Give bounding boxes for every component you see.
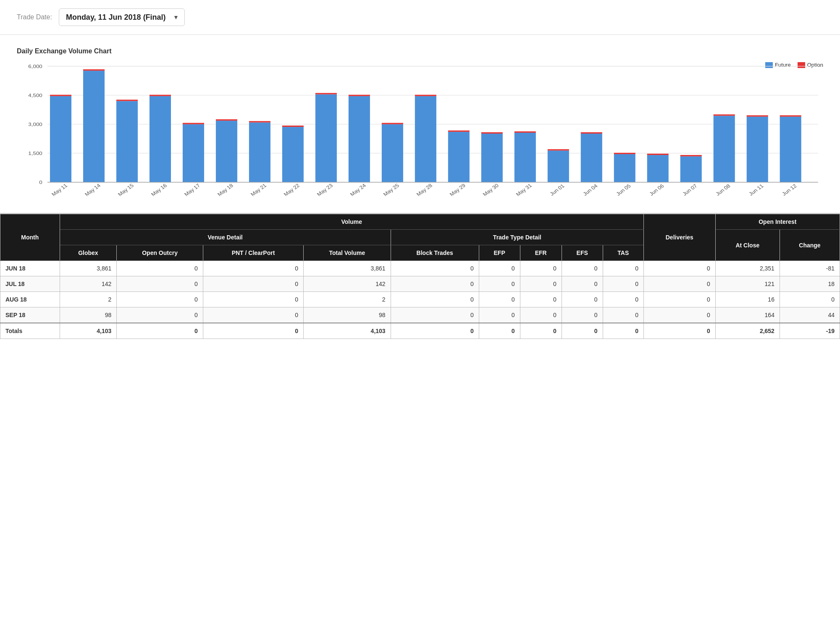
chart-section: Daily Exchange Volume Chart Future Optio… (0, 35, 840, 214)
svg-text:May 30: May 30 (482, 183, 500, 197)
bar-future-1 (83, 71, 105, 182)
svg-text:May 25: May 25 (382, 183, 400, 197)
bar-future-12 (448, 132, 470, 182)
th-efs: EFS (562, 245, 603, 261)
cell-open_outcry: 0 (117, 261, 203, 276)
cell-efs: 0 (562, 261, 603, 276)
table-row: AUG 182002000000160 (0, 292, 840, 307)
bar-option-9 (349, 95, 370, 96)
totals-cell-efr: 0 (520, 323, 562, 339)
table-row: JUL 181420014200000012118 (0, 276, 840, 292)
th-globex: Globex (60, 245, 117, 261)
cell-at_close: 2,351 (715, 261, 780, 276)
cell-efp: 0 (479, 276, 520, 292)
cell-at_close: 164 (715, 307, 780, 323)
bar-future-2 (116, 101, 138, 182)
bar-future-15 (548, 150, 569, 182)
bar-option-19 (680, 155, 702, 156)
trade-date-select-wrapper[interactable]: Monday, 11 Jun 2018 (Final) (59, 8, 185, 26)
cell-month: AUG 18 (0, 292, 60, 307)
cell-tas: 0 (603, 276, 643, 292)
cell-at_close: 121 (715, 276, 780, 292)
cell-efr: 0 (520, 292, 562, 307)
cell-globex: 98 (60, 307, 117, 323)
svg-text:May 21: May 21 (249, 183, 268, 197)
bar-option-5 (216, 119, 237, 121)
th-venue-detail: Venue Detail (60, 230, 391, 245)
bar-future-9 (349, 96, 370, 182)
bar-option-21 (747, 116, 768, 117)
bar-future-5 (216, 121, 237, 182)
trade-date-select[interactable]: Monday, 11 Jun 2018 (Final) (59, 8, 185, 26)
cell-tas: 0 (603, 292, 643, 307)
totals-cell-pnt_clearport: 0 (203, 323, 303, 339)
bar-future-0 (50, 96, 71, 182)
th-month: Month (0, 214, 60, 261)
svg-text:May 15: May 15 (117, 183, 135, 197)
bar-option-20 (714, 114, 735, 116)
svg-text:3,000: 3,000 (28, 122, 42, 127)
cell-open_outcry: 0 (117, 307, 203, 323)
cell-total_volume: 3,861 (304, 261, 391, 276)
cell-efs: 0 (562, 292, 603, 307)
svg-text:Jun 05: Jun 05 (615, 183, 632, 197)
svg-text:May 11: May 11 (50, 183, 68, 197)
bar-future-16 (581, 134, 602, 182)
bar-future-8 (315, 94, 337, 182)
data-table: Month Volume Deliveries Open Interest Ve… (0, 214, 840, 339)
totals-cell-open_outcry: 0 (117, 323, 203, 339)
bar-option-0 (50, 95, 71, 96)
svg-text:Jun 08: Jun 08 (714, 183, 731, 197)
table-row: JUN 183,861003,8610000002,351-81 (0, 261, 840, 276)
bar-future-13 (481, 134, 503, 182)
cell-pnt_clearport: 0 (203, 261, 303, 276)
bar-option-16 (581, 132, 602, 134)
th-deliveries: Deliveries (643, 214, 715, 261)
cell-tas: 0 (603, 261, 643, 276)
cell-globex: 3,861 (60, 261, 117, 276)
bar-future-21 (747, 117, 768, 182)
cell-pnt_clearport: 0 (203, 307, 303, 323)
totals-cell-efp: 0 (479, 323, 520, 339)
svg-text:1,500: 1,500 (28, 151, 42, 156)
cell-change: 0 (780, 292, 840, 307)
bar-future-14 (514, 133, 536, 182)
cell-efr: 0 (520, 307, 562, 323)
chart-title: Daily Exchange Volume Chart (17, 47, 823, 55)
th-open-interest: Open Interest (715, 214, 840, 230)
cell-deliveries: 0 (643, 307, 715, 323)
totals-cell-efs: 0 (562, 323, 603, 339)
totals-cell-at_close: 2,652 (715, 323, 780, 339)
bar-option-22 (780, 116, 801, 117)
svg-text:May 24: May 24 (349, 183, 367, 197)
cell-month: JUN 18 (0, 261, 60, 276)
bar-option-11 (415, 95, 436, 96)
bar-future-20 (714, 116, 735, 182)
th-volume: Volume (60, 214, 643, 230)
bar-option-14 (514, 131, 536, 133)
cell-change: -81 (780, 261, 840, 276)
th-tas: TAS (603, 245, 643, 261)
svg-text:0: 0 (39, 180, 42, 185)
bar-future-3 (150, 96, 171, 182)
svg-text:Jun 06: Jun 06 (648, 183, 665, 197)
svg-text:Jun 01: Jun 01 (549, 183, 565, 197)
svg-text:May 22: May 22 (283, 183, 301, 197)
cell-block_trades: 0 (391, 261, 479, 276)
cell-open_outcry: 0 (117, 292, 203, 307)
bar-option-12 (448, 131, 470, 132)
bar-option-3 (150, 95, 171, 96)
totals-cell-deliveries: 0 (643, 323, 715, 339)
svg-text:May 18: May 18 (216, 183, 234, 197)
cell-at_close: 16 (715, 292, 780, 307)
bar-future-7 (282, 127, 304, 182)
svg-text:May 28: May 28 (415, 183, 433, 197)
totals-cell-change: -19 (780, 323, 840, 339)
cell-month: SEP 18 (0, 307, 60, 323)
chart-canvas: 6,000 4,500 3,000 1,500 0 May 11 May 14 (17, 62, 823, 205)
svg-text:6,000: 6,000 (28, 64, 42, 69)
cell-total_volume: 98 (304, 307, 391, 323)
totals-cell-total_volume: 4,103 (304, 323, 391, 339)
th-open-outcry: Open Outcry (117, 245, 203, 261)
bar-option-13 (481, 132, 503, 134)
